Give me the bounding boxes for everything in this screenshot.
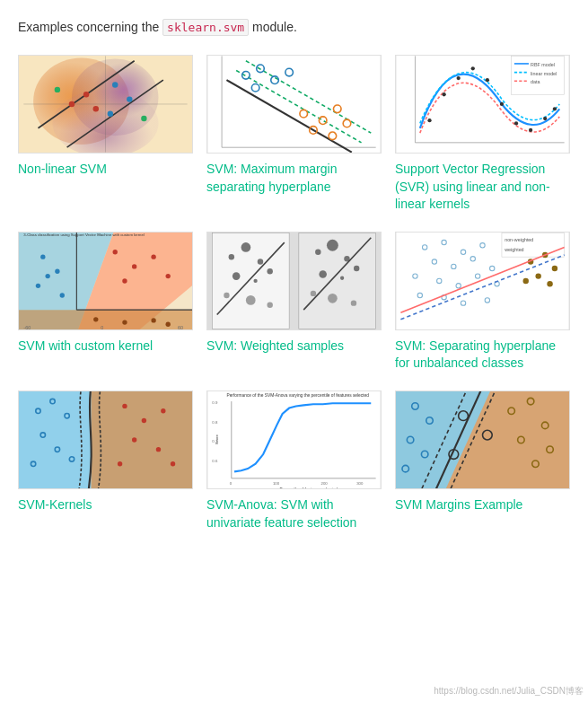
examples-grid: Non-linear SVM: [18, 55, 570, 531]
svg-point-63: [60, 293, 65, 297]
svg-point-145: [171, 461, 175, 466]
intro-before: Examples concerning the: [18, 20, 162, 34]
svg-point-66: [132, 264, 136, 268]
svg-point-65: [113, 250, 118, 254]
svg-marker-131: [91, 390, 192, 489]
svg-text:weighted: weighted: [504, 247, 523, 252]
card-margins: SVM Margins Example: [395, 390, 570, 531]
card-image-nonlinear-svm: [18, 55, 193, 154]
svg-point-39: [471, 66, 475, 70]
svg-point-40: [486, 78, 489, 82]
svg-point-88: [267, 302, 272, 307]
svg-text:0.6: 0.6: [212, 459, 218, 463]
svg-point-44: [543, 117, 547, 120]
card-link-weighted[interactable]: SVM: Weighted samples: [206, 338, 344, 355]
svg-text:0.9: 0.9: [212, 400, 218, 405]
svg-point-13: [108, 111, 113, 117]
svg-point-9: [93, 106, 99, 111]
card-image-custom-kernel: 3-Class classification using Support Vec…: [18, 232, 193, 330]
card-nonlinear-svm: Non-linear SVM: [18, 55, 193, 214]
card-image-max-margin: [206, 55, 382, 154]
intro-code: sklearn.svm: [162, 19, 249, 36]
svg-text:60: 60: [178, 324, 183, 329]
svg-point-87: [246, 295, 256, 305]
svg-text:100: 100: [273, 481, 280, 486]
intro-text: Examples concerning the sklearn.svm modu…: [18, 18, 570, 37]
card-image-svr: RBF model linear model data: [395, 55, 570, 154]
svg-point-64: [45, 274, 49, 278]
svg-point-12: [127, 96, 132, 101]
card-custom-kernel: 3-Class classification using Support Vec…: [18, 232, 193, 373]
svg-text:Score: Score: [215, 434, 219, 445]
card-link-svr[interactable]: Support Vector Regression (SVR) using li…: [395, 161, 570, 214]
svg-point-144: [118, 461, 122, 466]
card-link-custom-kernel[interactable]: SVM with custom kernel: [18, 338, 153, 355]
svg-point-45: [553, 107, 557, 110]
card-separating: non-weighted weighted: [395, 232, 570, 373]
max-margin-chart: [207, 55, 381, 154]
svg-text:0: 0: [101, 324, 103, 329]
svg-point-67: [151, 254, 155, 259]
svg-text:RBF model: RBF model: [531, 62, 555, 67]
svg-point-81: [241, 242, 251, 252]
svg-marker-56: [19, 310, 192, 330]
card-link-max-margin[interactable]: SVM: Maximum margin separating hyperplan…: [206, 161, 382, 196]
svg-point-93: [319, 270, 327, 278]
card-max-margin: SVM: Maximum margin separating hyperplan…: [206, 55, 382, 214]
svg-point-125: [547, 281, 552, 286]
svg-point-10: [69, 101, 75, 107]
svg-point-42: [514, 121, 518, 125]
card-anova: Performance of the SVM-Anova varying the…: [206, 390, 382, 531]
svr-chart: RBF model linear model data: [396, 55, 569, 154]
card-kernels: SVM-Kernels: [18, 390, 193, 531]
card-link-kernels[interactable]: SVM-Kernels: [18, 496, 92, 514]
svg-point-84: [253, 279, 257, 283]
svg-point-41: [500, 102, 504, 106]
card-weighted: SVM: Weighted samples: [206, 232, 382, 373]
svg-point-95: [354, 266, 359, 271]
card-link-anova[interactable]: SVM-Anova: SVM with univariate feature s…: [206, 496, 382, 531]
svg-point-124: [535, 273, 540, 278]
svg-point-98: [351, 300, 356, 305]
svg-point-62: [36, 283, 40, 287]
svg-point-140: [142, 418, 146, 423]
svg-text:300: 300: [356, 481, 364, 486]
card-link-nonlinear-svm[interactable]: Non-linear SVM: [18, 161, 107, 179]
card-image-kernels: [18, 390, 193, 489]
card-link-margins[interactable]: SVM Margins Example: [395, 496, 522, 514]
svg-point-80: [229, 254, 234, 259]
svg-point-71: [122, 320, 127, 324]
card-image-margins: [395, 390, 570, 489]
svg-point-15: [141, 116, 146, 121]
kernels-chart: [19, 390, 192, 489]
custom-kernel-chart: 3-Class classification using Support Vec…: [19, 232, 192, 330]
svg-point-61: [55, 268, 59, 273]
svg-point-96: [311, 291, 316, 296]
weighted-chart: [207, 232, 381, 330]
svg-point-82: [258, 259, 263, 264]
card-image-separating: non-weighted weighted: [395, 232, 570, 330]
nonlinear-svm-chart: [19, 55, 192, 154]
svg-point-143: [156, 447, 161, 452]
svg-point-38: [457, 76, 461, 80]
svg-text:0.8: 0.8: [212, 420, 218, 425]
svg-point-85: [267, 268, 272, 274]
card-link-separating[interactable]: SVM: Separating hyperplane for unbalance…: [395, 338, 570, 373]
svg-point-83: [233, 272, 241, 280]
svg-point-11: [112, 82, 118, 87]
separating-chart: non-weighted weighted: [396, 232, 569, 330]
svg-point-73: [166, 321, 171, 326]
svg-point-37: [442, 92, 445, 96]
card-image-anova: Performance of the SVM-Anova varying the…: [206, 390, 382, 489]
svg-point-68: [166, 274, 171, 278]
svg-point-97: [328, 294, 338, 303]
svg-point-72: [151, 318, 155, 322]
svg-text:linear model: linear model: [531, 71, 557, 76]
svg-text:200: 200: [321, 481, 329, 486]
intro-after: module.: [249, 20, 297, 34]
svg-text:non-weighted: non-weighted: [505, 237, 533, 242]
svg-point-126: [523, 278, 529, 284]
svg-text:3-Class classification using S: 3-Class classification using Support Vec…: [23, 232, 144, 236]
svg-point-69: [122, 278, 127, 283]
svg-point-139: [122, 404, 127, 408]
